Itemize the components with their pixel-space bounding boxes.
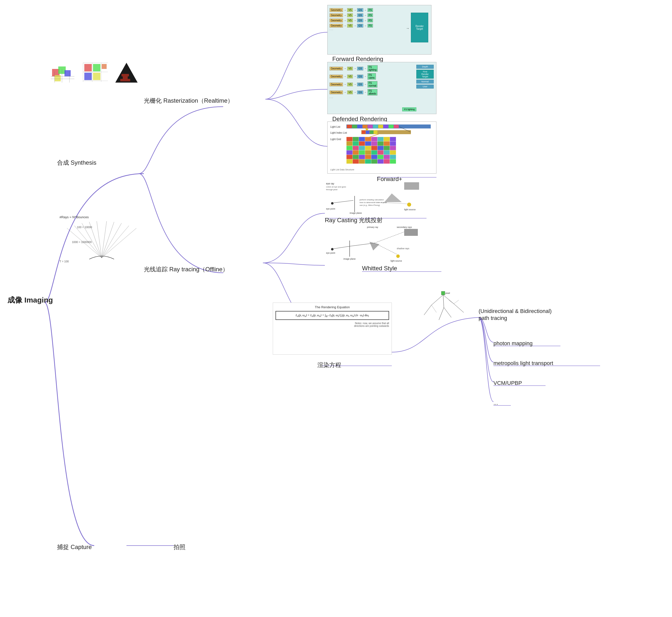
svg-rect-96 bbox=[390, 146, 396, 150]
svg-text:Light Index List: Light Index List bbox=[330, 132, 347, 134]
svg-rect-60 bbox=[373, 125, 378, 128]
svg-rect-84 bbox=[365, 141, 371, 146]
svg-text:100 = 10000: 100 = 10000 bbox=[77, 226, 92, 229]
capture-node: 捕捉 Capture bbox=[57, 543, 92, 551]
svg-rect-114 bbox=[353, 159, 359, 164]
svg-rect-58 bbox=[363, 125, 368, 128]
svg-rect-142 bbox=[404, 229, 418, 236]
capture-label: 捕捉 Capture bbox=[57, 544, 92, 550]
path-tracing-diagram: pixel bbox=[419, 290, 476, 327]
svg-rect-18 bbox=[84, 64, 92, 71]
svg-rect-78 bbox=[378, 137, 384, 141]
svg-text:Light List: Light List bbox=[330, 126, 340, 128]
svg-rect-69 bbox=[370, 131, 374, 134]
svg-rect-70 bbox=[374, 131, 378, 134]
svg-rect-75 bbox=[359, 137, 365, 141]
svg-rect-109 bbox=[371, 155, 378, 159]
svg-rect-63 bbox=[389, 125, 394, 128]
forward-rendering-text: Forward Rendering bbox=[332, 55, 383, 62]
whitted-diagram: primary ray secondary rays eye point ima… bbox=[325, 224, 424, 263]
svg-rect-77 bbox=[371, 137, 378, 141]
svg-rect-67 bbox=[362, 131, 366, 134]
svg-rect-118 bbox=[378, 159, 384, 164]
svg-text:light source: light source bbox=[391, 260, 402, 262]
svg-rect-88 bbox=[390, 141, 396, 146]
ellipsis-text: ... bbox=[493, 400, 498, 406]
ray-casting-text: Ray Casting 光线投射 bbox=[325, 217, 383, 223]
deferred-rendering-text: Defended Rendering bbox=[332, 116, 387, 122]
svg-text:use (e.g., Blinn-Phong): use (e.g., Blinn-Phong) bbox=[360, 204, 380, 206]
svg-marker-139 bbox=[384, 193, 402, 202]
svg-rect-116 bbox=[365, 159, 371, 164]
svg-text:shadow rays: shadow rays bbox=[397, 247, 409, 250]
svg-rect-108 bbox=[365, 155, 371, 159]
rasterization-node: 光栅化 Rasterization（Realtime） bbox=[144, 97, 233, 105]
svg-rect-61 bbox=[378, 125, 383, 128]
svg-rect-107 bbox=[359, 155, 365, 159]
forward-plus-diagram: Light List Light Index List Light Grid bbox=[327, 122, 436, 174]
svg-line-160 bbox=[454, 304, 464, 313]
forward-rendering-diagram: Geometry → VS → GS → FS Geometry → VS → … bbox=[327, 5, 431, 54]
deferred-rendering-diagram: Geometry → VS → GS → FSlighting Geometry… bbox=[327, 62, 436, 114]
photon-mapping-text: photon mapping bbox=[493, 340, 533, 347]
perspective-diagram bbox=[50, 61, 77, 84]
svg-rect-99 bbox=[359, 150, 365, 155]
vcm-text: VCM/UPBP bbox=[493, 380, 522, 386]
svg-rect-119 bbox=[384, 159, 390, 164]
svg-rect-104 bbox=[390, 150, 396, 155]
svg-point-143 bbox=[331, 248, 333, 250]
svg-line-162 bbox=[439, 307, 444, 320]
rendering-eq-text: 渲染方程 bbox=[317, 362, 341, 368]
metropolis-label-node: metropolis light transport bbox=[493, 360, 553, 367]
svg-rect-56 bbox=[352, 125, 357, 128]
metropolis-text: metropolis light transport bbox=[493, 360, 553, 366]
svg-marker-151 bbox=[370, 242, 379, 250]
svg-rect-36 bbox=[123, 79, 125, 81]
svg-rect-11 bbox=[64, 70, 71, 76]
svg-rect-80 bbox=[390, 137, 396, 141]
svg-rect-79 bbox=[384, 137, 390, 141]
svg-rect-92 bbox=[365, 146, 371, 150]
svg-line-147 bbox=[333, 246, 350, 249]
orthographic-diagram bbox=[82, 61, 109, 84]
svg-line-165 bbox=[454, 300, 459, 304]
svg-rect-35 bbox=[120, 79, 123, 81]
svg-text:perform shading calculation: perform shading calculation bbox=[360, 199, 384, 201]
svg-rect-22 bbox=[102, 64, 106, 69]
svg-rect-19 bbox=[93, 64, 100, 71]
svg-rect-85 bbox=[371, 141, 378, 146]
svg-rect-87 bbox=[384, 141, 390, 146]
svg-text:Light List Data Structure: Light List Data Structure bbox=[330, 168, 354, 171]
svg-rect-101 bbox=[371, 150, 378, 155]
svg-rect-113 bbox=[347, 159, 353, 164]
svg-rect-20 bbox=[84, 73, 92, 80]
svg-rect-82 bbox=[353, 141, 359, 146]
raytracing-offline-label: 光线追踪 Ray tracing（Offline） bbox=[144, 266, 228, 272]
svg-rect-64 bbox=[394, 125, 399, 128]
svg-rect-97 bbox=[347, 150, 353, 155]
raytracing-left-diagram: #Rays = N^Bounces 100 = 10000 1000 = 100… bbox=[57, 213, 146, 265]
svg-line-164 bbox=[431, 305, 436, 313]
svg-rect-86 bbox=[378, 141, 384, 146]
root-label: 成像 Imaging bbox=[7, 296, 53, 304]
svg-text:light source: light source bbox=[404, 208, 416, 211]
svg-line-50 bbox=[102, 226, 129, 258]
svg-rect-102 bbox=[378, 150, 384, 155]
svg-rect-74 bbox=[353, 137, 359, 141]
svg-rect-55 bbox=[347, 125, 352, 128]
svg-rect-83 bbox=[359, 141, 365, 146]
svg-rect-90 bbox=[353, 146, 359, 150]
svg-line-47 bbox=[102, 221, 106, 258]
svg-line-159 bbox=[443, 295, 454, 304]
svg-rect-93 bbox=[371, 146, 378, 150]
svg-rect-62 bbox=[383, 125, 388, 128]
svg-rect-32 bbox=[127, 74, 129, 76]
svg-rect-59 bbox=[368, 125, 373, 128]
whitted-text: Whitted Style bbox=[362, 265, 397, 271]
forward-rendering-label: Forward Rendering bbox=[332, 55, 383, 62]
svg-rect-110 bbox=[378, 155, 384, 159]
svg-rect-91 bbox=[359, 146, 365, 150]
svg-rect-112 bbox=[390, 155, 396, 159]
photo-node: 拍照 bbox=[174, 543, 186, 551]
svg-text:here to determine color of pix: here to determine color of pixel bbox=[360, 201, 387, 204]
